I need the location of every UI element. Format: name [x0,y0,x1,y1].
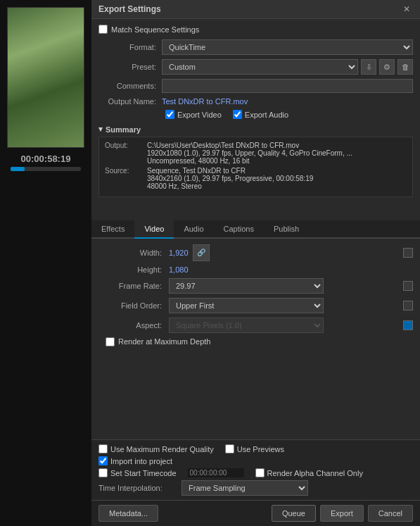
summary-header[interactable]: ▾ Summary [98,125,413,134]
frame-rate-label: Frame Rate: [98,282,169,290]
import-project-checkbox[interactable] [98,456,108,465]
height-row: Height: 1,080 [98,265,413,274]
comments-input[interactable] [162,79,413,93]
footer-left: Metadata... [98,505,158,522]
aspect-select[interactable]: Square Pixels (1.0) [169,318,324,333]
render-depth-label[interactable]: Render at Maximum Depth [118,337,210,346]
output-name-row: Output Name: Test DNxDR to CFR.mov [98,97,413,106]
bottom-options: Use Maximum Render Quality Use Previews … [91,439,420,500]
max-render-quality-label[interactable]: Use Maximum Render Quality [98,444,214,453]
timecode-bar[interactable] [11,167,81,171]
summary-section: Output: C:\Users\User\Desktop\Test DNxDR… [98,137,413,197]
bottom-options-row-1: Use Maximum Render Quality Use Previews [98,444,413,453]
render-alpha-label[interactable]: Render Alpha Channel Only [255,468,363,477]
aspect-row: Aspect: Square Pixels (1.0) [98,318,413,333]
export-audio-checkbox[interactable] [233,110,242,119]
tabs-bar: Effects Video Audio Captions Publish [91,220,420,239]
width-checkbox[interactable] [403,248,413,258]
panel-title: Export Settings [98,4,161,14]
bottom-options-row-2: Import into project [98,456,413,465]
comments-row: Comments: [98,79,413,93]
field-order-select[interactable]: Upper First Lower First Progressive [169,298,324,313]
preset-control: Custom ⇩ ⚙ 🗑 [162,59,413,75]
footer-right: Queue Export Cancel [272,505,413,522]
left-panel: 00:00:58:19 [0,0,91,526]
width-label: Width: [98,249,169,257]
use-previews-label[interactable]: Use Previews [225,444,284,453]
format-select[interactable]: QuickTime [162,39,413,55]
manage-preset-button[interactable]: ⚙ [379,59,395,75]
tab-publish[interactable]: Publish [264,220,309,239]
set-start-timecode-label[interactable]: Set Start Timecode [98,468,177,477]
width-row: Width: 1,920 🔗 [98,244,413,261]
video-preview [7,7,84,148]
set-start-timecode-checkbox[interactable] [98,468,108,477]
field-order-label: Field Order: [98,301,169,310]
summary-title: Summary [106,125,141,134]
import-project-label[interactable]: Import into project [98,456,172,465]
match-sequence-label[interactable]: Match Sequence Settings [111,25,199,34]
summary-source-label: Source: [105,167,147,190]
preset-select[interactable]: Custom [162,59,358,75]
format-control: QuickTime [162,39,413,55]
field-order-row: Field Order: Upper First Lower First Pro… [98,298,413,313]
start-timecode-input[interactable]: 00:00:00:00 [188,468,244,477]
summary-source-value: Sequence, Test DNxDR to CFR3840x2160 (1.… [147,167,407,190]
footer-buttons: Metadata... Queue Export Cancel [91,500,420,526]
height-label: Height: [98,265,169,274]
content-area: Match Sequence Settings Format: QuickTim… [91,19,420,220]
export-audio-label[interactable]: Export Audio [233,110,288,119]
field-order-checkbox[interactable] [403,301,413,311]
summary-triangle-icon: ▾ [98,125,103,134]
summary-output-value: C:\Users\User\Desktop\Test DNxDR to CFR.… [147,142,407,165]
metadata-button[interactable]: Metadata... [98,505,158,522]
close-button[interactable]: ✕ [400,4,413,14]
summary-output-label: Output: [105,142,147,165]
timecode-display: 00:00:58:19 [21,154,71,164]
render-depth-checkbox[interactable] [106,337,115,346]
link-dimensions-icon[interactable]: 🔗 [193,244,210,261]
format-row: Format: QuickTime [98,39,413,55]
tab-audio[interactable]: Audio [174,220,213,239]
output-name-link[interactable]: Test DNxDR to CFR.mov [162,97,248,106]
frame-rate-checkbox[interactable] [403,281,413,291]
height-value[interactable]: 1,080 [169,265,189,274]
delete-preset-button[interactable]: 🗑 [397,59,413,75]
tab-effects[interactable]: Effects [91,220,134,239]
use-previews-checkbox[interactable] [225,444,234,453]
summary-source-row: Source: Sequence, Test DNxDR to CFR3840x… [105,167,407,190]
render-alpha-checkbox[interactable] [255,468,265,477]
frame-rate-row: Frame Rate: 29.97 23.976 24 25 30 50 59.… [98,278,413,294]
video-settings-panel: Width: 1,920 🔗 Height: 1,080 Frame Rate:… [91,239,420,440]
bottom-options-row-3: Set Start Timecode 00:00:00:00 Render Al… [98,468,413,477]
export-checkboxes-row: Export Video Export Audio [98,110,413,119]
aspect-checkbox[interactable] [403,320,413,330]
dimension-group: 1,920 🔗 [169,244,210,261]
time-interp-select[interactable]: Frame Sampling Frame Blending Optical Fl… [182,480,308,496]
match-sequence-checkbox[interactable] [98,25,108,34]
render-depth-row: Render at Maximum Depth [98,337,413,346]
timecode-bar-fill [11,167,25,171]
time-interpolation-row: Time Interpolation: Frame Sampling Frame… [98,480,413,496]
cancel-button[interactable]: Cancel [368,505,413,522]
aspect-label: Aspect: [98,321,169,330]
frame-rate-select[interactable]: 29.97 23.976 24 25 30 50 59.94 60 [169,278,324,294]
preset-label: Preset: [98,63,162,71]
summary-output-row: Output: C:\Users\User\Desktop\Test DNxDR… [105,142,407,165]
output-name-label: Output Name: [98,97,162,106]
format-label: Format: [98,43,162,51]
save-preset-button[interactable]: ⇩ [361,59,376,75]
output-name-control: Test DNxDR to CFR.mov [162,97,413,106]
queue-button[interactable]: Queue [272,505,316,522]
tab-video[interactable]: Video [134,220,174,239]
tab-captions[interactable]: Captions [214,220,264,239]
max-render-quality-checkbox[interactable] [98,444,108,453]
width-value[interactable]: 1,920 [169,249,189,257]
export-video-label[interactable]: Export Video [165,110,222,119]
time-interp-label: Time Interpolation: [98,484,176,492]
right-panel: Export Settings ✕ Match Sequence Setting… [91,0,420,526]
match-sequence-row: Match Sequence Settings [98,25,413,34]
export-video-checkbox[interactable] [165,110,174,119]
preset-row: Preset: Custom ⇩ ⚙ 🗑 [98,59,413,75]
export-button[interactable]: Export [320,505,364,522]
